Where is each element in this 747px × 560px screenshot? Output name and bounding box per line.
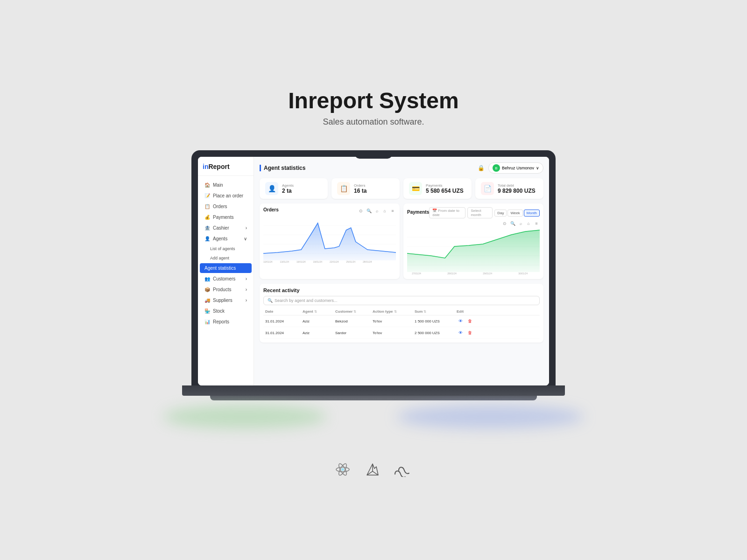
svg-text:16/01/24: 16/01/24 [296, 260, 306, 263]
laptop-notch [355, 150, 392, 159]
order-icon: 📝 [204, 193, 210, 198]
chart-menu-icon[interactable]: ≡ [389, 208, 396, 214]
chart-search-icon[interactable]: ⌕ [374, 208, 380, 214]
react-icon [334, 461, 351, 482]
payments-chart-search-icon[interactable]: ⌕ [517, 220, 524, 227]
sidebar-item-place-order[interactable]: 📝 Place an order [200, 191, 252, 201]
col-sum: Sum ⇅ [415, 309, 457, 314]
list-agents-label: List of agents [210, 246, 235, 251]
date-range-input[interactable]: 📅 From date to date [429, 207, 465, 218]
sidebar-item-reports[interactable]: 📊 Reports [200, 317, 252, 327]
content-header: Agent statistics 🔒 B Behruz Usmonov ∨ [260, 162, 543, 174]
sidebar-item-main[interactable]: 🏠 Main [200, 180, 252, 190]
month-select[interactable]: Select month [467, 207, 493, 218]
home-icon: 🏠 [204, 182, 210, 188]
page-title: Inreport System [288, 88, 458, 113]
period-week-btn[interactable]: Week [507, 210, 522, 217]
app-container: inReport 🏠 Main 📝 Place an order 📋 Order… [198, 157, 549, 385]
stat-value-payments: 5 580 654 UZS [426, 188, 464, 194]
stock-icon: 🏪 [204, 308, 210, 314]
col-customer: Customer ⇅ [335, 309, 373, 314]
chart-reset-icon[interactable]: ⊙ [358, 208, 364, 214]
sidebar-item-orders[interactable]: 📋 Orders [200, 202, 252, 211]
cell-edit-1: 👁 🗑 [457, 329, 480, 336]
agents-nav-left: 👤 Agents [204, 236, 227, 241]
sidebar-subitem-list-agents[interactable]: List of agents [200, 245, 252, 253]
laptop-base [182, 385, 565, 396]
sidebar-item-suppliers[interactable]: 🚚 Suppliers › [200, 295, 252, 305]
shadow-wrapper [163, 396, 584, 433]
col-date: Date [265, 309, 303, 314]
view-btn-0[interactable]: 👁 [457, 317, 464, 325]
sidebar-subitem-agent-stats[interactable]: Agent statistics [200, 263, 252, 273]
activity-search[interactable]: 🔍 Search by agent and customers... [263, 296, 540, 305]
delete-btn-1[interactable]: 🗑 [466, 329, 473, 336]
sidebar-label-cashier: Cashier [213, 225, 229, 231]
sidebar-label-main: Main [213, 182, 223, 188]
laptop-screen: inReport 🏠 Main 📝 Place an order 📋 Order… [198, 157, 549, 385]
table-header: Date Agent ⇅ Customer ⇅ Action [263, 308, 540, 315]
action-icons-1: 👁 🗑 [457, 329, 480, 336]
sort-customer-icon[interactable]: ⇅ [353, 310, 356, 314]
sidebar-label-orders: Orders [213, 204, 227, 209]
period-month-btn[interactable]: Month [524, 210, 540, 217]
cell-sum-0: 1 500 000 UZS [415, 319, 457, 323]
sidebar-label-stock: Stock [213, 308, 225, 314]
user-avatar: B [493, 164, 500, 172]
cell-customer-1: Sardor [335, 331, 373, 335]
action-icons-0: 👁 🗑 [457, 317, 480, 325]
stat-label-agents: Agents [282, 183, 294, 188]
sidebar-label-customers: Customers [213, 276, 235, 281]
cell-action-1: To'lov [373, 331, 415, 335]
sidebar-item-payments[interactable]: 💰 Payments [200, 212, 252, 222]
header-right: 🔒 B Behruz Usmonov ∨ [478, 162, 543, 174]
payments-icon: 💰 [204, 215, 210, 220]
sort-sum-icon[interactable]: ⇅ [423, 310, 426, 314]
payments-chart-reset-icon[interactable]: ⊙ [501, 220, 508, 227]
stat-icon-orders: 📋 [337, 182, 350, 195]
firebase-icon [365, 462, 380, 481]
customers-arrow-icon: › [246, 276, 247, 281]
chart-controls-payments: Payments 📅 From date to date Select mont… [407, 207, 540, 218]
sort-action-icon[interactable]: ⇅ [394, 310, 397, 314]
payments-chart-zoom-icon[interactable]: 🔍 [509, 220, 516, 227]
lock-icon: 🔒 [478, 165, 485, 171]
payments-chart-menu-icon[interactable]: ≡ [533, 220, 540, 227]
user-badge[interactable]: B Behruz Usmonov ∨ [488, 162, 543, 174]
sidebar-item-products[interactable]: 📦 Products › [200, 285, 252, 294]
sort-agent-icon[interactable]: ⇅ [314, 310, 317, 314]
col-action: Action type ⇅ [373, 309, 415, 314]
sidebar-subitem-add-agent[interactable]: Add agent [200, 254, 252, 262]
sidebar-item-customers[interactable]: 👥 Customers › [200, 274, 252, 284]
cell-agent-0: Aziz [303, 319, 335, 323]
payments-chart-svg: 27/01/24 28/01/24 29/01/24 30/01/24 [407, 228, 540, 274]
activity-title: Recent activity [263, 287, 540, 293]
chart-icons-orders: ⊙ 🔍 ⌕ ⌂ ≡ [358, 208, 396, 214]
svg-text:28/01/24: 28/01/24 [363, 260, 372, 263]
cell-sum-1: 2 500 000 UZS [415, 331, 457, 335]
stat-icon-debt: 📄 [481, 182, 494, 195]
stat-card-agents: 👤 Agents 2 ta [260, 178, 328, 199]
chart-zoom-icon[interactable]: 🔍 [366, 208, 372, 214]
charts-row: Orders ⊙ 🔍 ⌕ ⌂ ≡ [260, 203, 543, 279]
cell-customer-0: Bekzod [335, 319, 373, 323]
view-btn-1[interactable]: 👁 [457, 329, 464, 336]
sidebar-item-stock[interactable]: 🏪 Stock [200, 306, 252, 316]
stat-label-debt: Total debt [498, 183, 536, 188]
sidebar-item-cashier[interactable]: 🏦 Cashier › [200, 223, 252, 233]
suppliers-nav-left: 🚚 Suppliers [204, 298, 233, 303]
delete-btn-0[interactable]: 🗑 [466, 317, 473, 325]
period-buttons: Day Week Month [494, 210, 540, 217]
period-day-btn[interactable]: Day [494, 210, 507, 217]
sidebar-item-agents[interactable]: 👤 Agents ∨ [200, 234, 252, 244]
orders-icon: 📋 [204, 204, 210, 209]
products-arrow-icon: › [246, 287, 247, 292]
chart-home-icon[interactable]: ⌂ [381, 208, 388, 214]
stat-info-payments: Payments 5 580 654 UZS [426, 183, 464, 194]
payments-chart-home-icon[interactable]: ⌂ [525, 220, 532, 227]
reports-icon: 📊 [204, 319, 210, 324]
suppliers-arrow-icon: › [246, 298, 247, 303]
stat-card-debt: 📄 Total debt 9 829 800 UZS [475, 178, 543, 199]
svg-text:25/01/24: 25/01/24 [346, 260, 356, 263]
table-row: 31.01.2024 Aziz Bekzod To'lov 1 500 000 … [263, 315, 540, 327]
